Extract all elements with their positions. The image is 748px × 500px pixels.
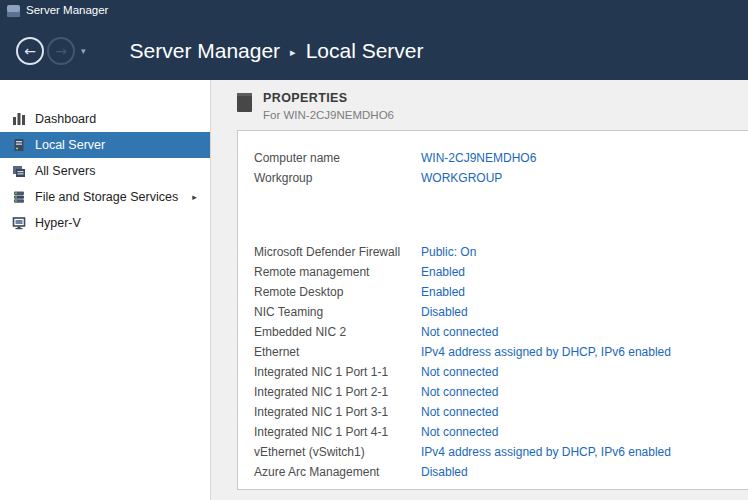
property-value-link[interactable]: Disabled: [421, 465, 468, 479]
chevron-right-icon: ▸: [192, 192, 197, 202]
property-value-link[interactable]: Enabled: [421, 285, 465, 299]
navigation-bar: ← → ▾ Server Manager ▸ Local Server: [0, 22, 748, 80]
sidebar-item-file-and-storage-services[interactable]: File and Storage Services▸: [0, 184, 210, 210]
server-manager-icon: [7, 5, 20, 17]
property-label: Integrated NIC 1 Port 2-1: [254, 385, 421, 399]
property-value-link[interactable]: Not connected: [421, 405, 498, 419]
sidebar-item-hyper-v[interactable]: Hyper-V: [0, 210, 210, 236]
property-label: Remote Desktop: [254, 285, 421, 299]
property-row-integrated-nic-1-port-4-1: Integrated NIC 1 Port 4-1Not connected: [254, 422, 748, 442]
forward-button[interactable]: →: [47, 37, 75, 65]
property-value-link[interactable]: Not connected: [421, 365, 498, 379]
property-label: Workgroup: [254, 171, 421, 185]
properties-header-text: PROPERTIES For WIN-2CJ9NEMDHO6: [263, 92, 394, 121]
sidebar-item-label: Dashboard: [35, 112, 96, 126]
property-row-azure-arc-management: Azure Arc ManagementDisabled: [254, 462, 748, 482]
window-title: Server Manager: [26, 5, 108, 17]
property-label: Ethernet: [254, 345, 421, 359]
property-label: Embedded NIC 2: [254, 325, 421, 339]
property-row-remote-desktop: Remote DesktopEnabled: [254, 282, 748, 302]
forward-arrow-icon: →: [55, 44, 67, 58]
local-server-icon: [11, 138, 26, 153]
breadcrumb-current[interactable]: Local Server: [306, 39, 424, 63]
sidebar-item-label: All Servers: [35, 164, 95, 178]
sidebar-item-label: File and Storage Services: [35, 190, 178, 204]
property-value-link[interactable]: IPv4 address assigned by DHCP, IPv6 enab…: [421, 445, 671, 459]
property-label: Azure Arc Management: [254, 465, 421, 479]
property-row-workgroup: WorkgroupWORKGROUP: [254, 168, 748, 188]
back-arrow-icon: ←: [24, 44, 36, 58]
properties-panel: Computer nameWIN-2CJ9NEMDHO6WorkgroupWOR…: [237, 130, 748, 490]
sidebar-item-dashboard[interactable]: Dashboard: [0, 106, 210, 132]
sidebar-item-all-servers[interactable]: All Servers: [0, 158, 210, 184]
property-row-ethernet: EthernetIPv4 address assigned by DHCP, I…: [254, 342, 748, 362]
property-value-link[interactable]: IPv4 address assigned by DHCP, IPv6 enab…: [421, 345, 671, 359]
sidebar: DashboardLocal ServerAll ServersFile and…: [0, 80, 211, 500]
property-label: vEthernet (vSwitch1): [254, 445, 421, 459]
main-panel: PROPERTIES For WIN-2CJ9NEMDHO6 Computer …: [211, 80, 748, 500]
property-value-link[interactable]: Not connected: [421, 385, 498, 399]
sidebar-item-local-server[interactable]: Local Server: [0, 132, 210, 158]
content-area: DashboardLocal ServerAll ServersFile and…: [0, 80, 748, 500]
property-row-remote-management: Remote managementEnabled: [254, 262, 748, 282]
property-label: NIC Teaming: [254, 305, 421, 319]
property-value-link[interactable]: Not connected: [421, 325, 498, 339]
back-button[interactable]: ←: [16, 37, 44, 65]
property-label: Remote management: [254, 265, 421, 279]
property-row-embedded-nic-2: Embedded NIC 2Not connected: [254, 322, 748, 342]
property-row-microsoft-defender-firewall: Microsoft Defender FirewallPublic: On: [254, 242, 748, 262]
dashboard-icon: [11, 112, 26, 127]
all-servers-icon: [11, 164, 26, 179]
breadcrumb-separator-icon: ▸: [290, 46, 296, 59]
property-value-link[interactable]: Enabled: [421, 265, 465, 279]
properties-subtitle: For WIN-2CJ9NEMDHO6: [263, 109, 394, 122]
titlebar: Server Manager: [0, 0, 748, 22]
property-value-link[interactable]: WIN-2CJ9NEMDHO6: [421, 151, 536, 165]
property-row-nic-teaming: NIC TeamingDisabled: [254, 302, 748, 322]
server-manager-window: Server Manager ← → ▾ Server Manager ▸ Lo…: [0, 0, 748, 500]
property-group-spacer: [254, 188, 748, 242]
property-value-link[interactable]: Not connected: [421, 425, 498, 439]
property-label: Microsoft Defender Firewall: [254, 245, 421, 259]
file-storage-icon: [11, 190, 26, 205]
property-value-link[interactable]: WORKGROUP: [421, 171, 502, 185]
properties-title: PROPERTIES: [263, 92, 394, 106]
property-label: Integrated NIC 1 Port 1-1: [254, 365, 421, 379]
sidebar-item-label: Hyper-V: [35, 216, 81, 230]
property-label: Integrated NIC 1 Port 4-1: [254, 425, 421, 439]
property-value-link[interactable]: Public: On: [421, 245, 476, 259]
property-row-vethernet-vswitch1: vEthernet (vSwitch1)IPv4 address assigne…: [254, 442, 748, 462]
property-row-integrated-nic-1-port-1-1: Integrated NIC 1 Port 1-1Not connected: [254, 362, 748, 382]
breadcrumb-root[interactable]: Server Manager: [130, 39, 281, 63]
sidebar-item-label: Local Server: [35, 138, 105, 152]
property-value-link[interactable]: Disabled: [421, 305, 468, 319]
properties-tile-icon: [237, 93, 252, 112]
property-row-computer-name: Computer nameWIN-2CJ9NEMDHO6: [254, 148, 748, 168]
property-label: Computer name: [254, 151, 421, 165]
property-row-integrated-nic-1-port-3-1: Integrated NIC 1 Port 3-1Not connected: [254, 402, 748, 422]
property-row-integrated-nic-1-port-2-1: Integrated NIC 1 Port 2-1Not connected: [254, 382, 748, 402]
property-label: Integrated NIC 1 Port 3-1: [254, 405, 421, 419]
sidebar-list: DashboardLocal ServerAll ServersFile and…: [0, 106, 210, 236]
nav-dropdown-caret-icon[interactable]: ▾: [81, 46, 86, 56]
properties-rows: Computer nameWIN-2CJ9NEMDHO6WorkgroupWOR…: [254, 148, 748, 482]
properties-header: PROPERTIES For WIN-2CJ9NEMDHO6: [237, 92, 748, 122]
breadcrumb: Server Manager ▸ Local Server: [130, 39, 424, 63]
hyper-v-icon: [11, 216, 26, 231]
